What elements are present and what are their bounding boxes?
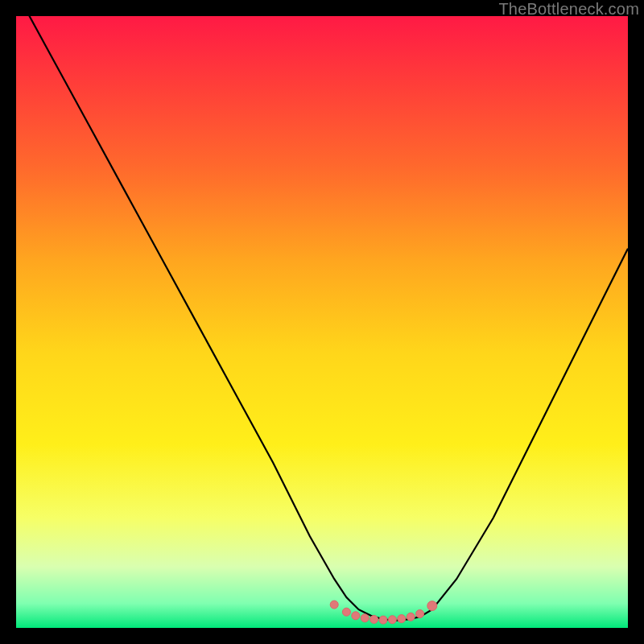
- marker-point: [427, 601, 437, 611]
- marker-point: [352, 612, 360, 620]
- marker-point: [370, 615, 378, 623]
- plot-area: [16, 16, 628, 628]
- watermark-text: TheBottleneck.com: [498, 0, 639, 19]
- optimal-range-markers: [330, 601, 437, 624]
- curve-layer: [16, 16, 628, 628]
- marker-point: [379, 616, 387, 624]
- marker-point: [398, 615, 406, 623]
- chart-stage: TheBottleneck.com: [0, 0, 644, 644]
- marker-point: [330, 601, 338, 609]
- marker-point: [407, 613, 415, 621]
- marker-point: [361, 614, 369, 622]
- marker-point: [342, 608, 350, 616]
- marker-point: [416, 610, 424, 618]
- bottleneck-curve: [16, 16, 628, 621]
- marker-point: [388, 616, 396, 624]
